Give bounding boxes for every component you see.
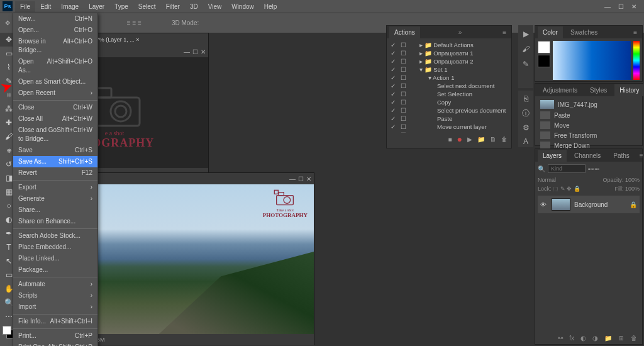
maximize-icon[interactable]: ☐ xyxy=(192,48,198,55)
fill-value[interactable]: 100% xyxy=(625,186,640,192)
properties-icon[interactable]: ⚙ xyxy=(521,123,531,132)
group-icon[interactable]: 📁 xyxy=(604,335,612,342)
menu-view[interactable]: View xyxy=(203,1,227,12)
visibility-icon[interactable]: 👁 xyxy=(540,201,548,208)
action-row[interactable]: ✓☐▾ Action 1 xyxy=(389,74,509,82)
action-row[interactable]: ✓☐ Paste xyxy=(389,114,509,123)
menu-image[interactable]: Image xyxy=(56,1,84,12)
history-play-icon[interactable]: ▶ xyxy=(521,29,531,39)
new-layer-icon[interactable]: 🗎 xyxy=(618,335,625,342)
action-row[interactable]: ✓☐ Move current layer xyxy=(389,123,509,131)
menu-edit[interactable]: Edit xyxy=(35,1,56,12)
action-row[interactable]: ✓☐▸ 📁 Опрацювати 2 xyxy=(389,57,509,65)
play-icon[interactable]: ▶ xyxy=(467,136,472,143)
action-row[interactable]: ✓☐▸ 📁 Опрацювати 1 xyxy=(389,49,509,57)
menu-item-import[interactable]: Import xyxy=(13,301,97,313)
menu-item-save[interactable]: SaveCtrl+S xyxy=(13,145,97,156)
action-row[interactable]: ✓☐ Set Selection xyxy=(389,90,509,98)
foreground-color-swatch[interactable] xyxy=(3,326,11,335)
layers-tab[interactable]: Layers xyxy=(538,150,567,162)
new-action-icon[interactable]: 🗎 xyxy=(490,136,496,143)
adjustments-tab[interactable]: Adjustments xyxy=(538,84,582,96)
action-row[interactable]: ✓☐ Select previous document xyxy=(389,106,509,114)
menu-item-save-as-[interactable]: Save As...Shift+Ctrl+S xyxy=(13,156,97,167)
action-row[interactable]: ✓☐▸ 📁 Default Actions xyxy=(389,41,509,49)
history-row[interactable]: Free Transform xyxy=(538,130,640,140)
layer-thumbnail[interactable] xyxy=(552,198,570,211)
layer-filter-input[interactable] xyxy=(548,164,586,173)
menu-item-place-embedded-[interactable]: Place Embedded... xyxy=(13,242,97,253)
layer-name[interactable]: Background xyxy=(574,201,608,208)
mask-icon[interactable]: ◐ xyxy=(580,335,586,342)
menu-item-scripts[interactable]: Scripts xyxy=(13,290,97,301)
menu-help[interactable]: Help xyxy=(259,1,282,12)
menu-item-browse-in-bridge-[interactable]: Browse in Bridge...Alt+Ctrl+O xyxy=(13,36,97,56)
bg-swatch[interactable] xyxy=(538,55,550,67)
blend-mode-select[interactable]: Normal xyxy=(538,177,556,183)
opacity-value[interactable]: 100% xyxy=(625,177,640,183)
lock-icons[interactable]: ⬚ ✎ ✥ 🔒 xyxy=(553,186,580,192)
panel-menu-icon[interactable]: ≡ xyxy=(631,29,640,36)
trash-icon[interactable]: 🗑 xyxy=(631,335,637,342)
menu-item-close[interactable]: CloseCtrl+W xyxy=(13,102,97,113)
stop-icon[interactable]: ■ xyxy=(448,136,452,143)
hue-slider[interactable] xyxy=(633,41,640,80)
menu-item-share-on-behance-[interactable]: Share on Behance... xyxy=(13,216,97,227)
minimize-icon[interactable]: — xyxy=(604,3,611,10)
color-tab[interactable]: Color xyxy=(538,26,563,38)
action-row[interactable]: ✓☐ Select next document xyxy=(389,82,509,90)
menu-item-place-linked-[interactable]: Place Linked... xyxy=(13,253,97,264)
history-row[interactable]: Paste xyxy=(538,110,640,120)
record-icon[interactable]: ● xyxy=(457,134,462,144)
character-icon[interactable]: A xyxy=(521,137,531,146)
menu-item-open-as-[interactable]: Open As...Alt+Shift+Ctrl+O xyxy=(13,56,97,76)
trash-icon[interactable]: 🗑 xyxy=(501,136,508,143)
action-row[interactable]: ✓☐ Copy xyxy=(389,98,509,106)
menu-item-open-recent[interactable]: Open Recent xyxy=(13,87,97,99)
menu-file[interactable]: File xyxy=(15,1,35,12)
paths-tab[interactable]: Paths xyxy=(608,150,635,162)
search-icon[interactable]: 🔍 xyxy=(538,165,545,172)
menu-item-print-one-copy[interactable]: Print One CopyAlt+Shift+Ctrl+P xyxy=(13,342,97,346)
menu-window[interactable]: Window xyxy=(226,1,259,12)
styles-tab[interactable]: Styles xyxy=(585,84,612,96)
move-tool-icon[interactable]: ✥ xyxy=(5,20,10,26)
close-icon[interactable]: ✕ xyxy=(201,48,206,55)
fg-swatch[interactable] xyxy=(538,41,550,53)
brushes-icon[interactable]: ✎ xyxy=(521,59,531,69)
filter-icons[interactable]: ▫▫▫▫▫ xyxy=(588,165,599,172)
history-row[interactable]: IMG_7447.jpg xyxy=(538,99,640,110)
clone-source-icon[interactable]: ⎘ xyxy=(521,94,531,103)
maximize-icon[interactable]: ☐ xyxy=(298,176,304,182)
action-row[interactable]: ✓☐▾ 📁 Set 1 xyxy=(389,65,509,74)
layer-row[interactable]: 👁 Background 🔒 xyxy=(538,196,640,213)
menu-item-open-[interactable]: Open...Ctrl+O xyxy=(13,25,97,36)
lock-icon[interactable]: 🔒 xyxy=(630,201,637,208)
new-folder-icon[interactable]: 📁 xyxy=(477,136,485,143)
menu-item-automate[interactable]: Automate xyxy=(13,279,97,290)
menu-type[interactable]: Type xyxy=(109,1,133,12)
close-icon[interactable]: ✕ xyxy=(306,176,311,182)
align-icons[interactable]: ≡ ≡ ≡ xyxy=(127,20,142,26)
menu-item-share-[interactable]: Share... xyxy=(13,204,97,216)
panel-menu-icon[interactable]: ≡ xyxy=(637,152,644,159)
menu-3d[interactable]: 3D xyxy=(185,1,203,12)
history-row[interactable]: Move xyxy=(538,120,640,130)
menu-select[interactable]: Select xyxy=(133,1,161,12)
panel-menu-icon[interactable]: ≡ xyxy=(500,29,509,36)
link-icon[interactable]: ⚯ xyxy=(558,335,563,342)
menu-item-close-and-go-to-bridge-[interactable]: Close and Go to Bridge...Shift+Ctrl+W xyxy=(13,125,97,145)
menu-item-print-[interactable]: Print...Ctrl+P xyxy=(13,330,97,342)
fx-icon[interactable]: fx xyxy=(569,335,574,342)
color-picker[interactable] xyxy=(535,38,642,82)
info-icon[interactable]: ⓘ xyxy=(521,108,531,118)
color-field[interactable] xyxy=(553,41,631,80)
history-list[interactable]: IMG_7447.jpgPasteMoveFree TransformMerge… xyxy=(535,96,642,153)
menu-item-open-as-smart-object-[interactable]: Open as Smart Object... xyxy=(13,76,97,87)
channels-tab[interactable]: Channels xyxy=(569,150,606,162)
menu-item-export[interactable]: Export xyxy=(13,182,97,193)
action-row[interactable]: ✓☐ Transform current layer xyxy=(389,131,509,133)
menu-item-new-[interactable]: New...Ctrl+N xyxy=(13,13,97,25)
actions-list[interactable]: ✓☐▸ 📁 Default Actions✓☐▸ 📁 Опрацювати 1✓… xyxy=(387,38,511,133)
menu-item-package-[interactable]: Package... xyxy=(13,264,97,276)
